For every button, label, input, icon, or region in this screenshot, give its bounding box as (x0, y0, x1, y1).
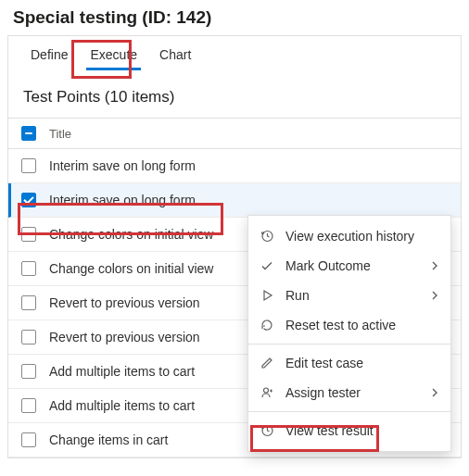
row-title: Revert to previous version (49, 330, 200, 344)
menu-run[interactable]: Run (248, 281, 450, 310)
menu-view-result[interactable]: View test result (248, 416, 450, 445)
row-title: Interim save on long form (49, 158, 196, 173)
row-checkbox[interactable] (21, 227, 36, 242)
menu-separator (248, 344, 450, 344)
menu-label: Mark Outcome (285, 258, 419, 273)
menu-separator (248, 411, 450, 412)
tab-bar: Define Execute Chart (8, 36, 461, 69)
row-checkbox[interactable] (21, 193, 36, 207)
menu-assign[interactable]: Assign tester (248, 378, 450, 407)
reset-icon (260, 318, 274, 332)
row-checkbox[interactable] (21, 295, 36, 310)
row-checkbox[interactable] (21, 364, 36, 379)
row-title: Change colors on initial view (49, 227, 213, 242)
svg-point-1 (264, 388, 269, 393)
section-heading: Test Points (10 items) (8, 69, 461, 118)
list-header: Title (8, 119, 461, 149)
tab-chart[interactable]: Chart (148, 42, 202, 69)
row-checkbox[interactable] (21, 330, 36, 344)
play-icon (260, 288, 274, 303)
menu-label: Reset test to active (285, 318, 439, 332)
row-title: Add multiple items to cart (49, 364, 195, 379)
tab-define[interactable]: Define (19, 42, 79, 69)
menu-view-history[interactable]: View execution history (248, 221, 450, 251)
table-row[interactable]: Interim save on long form (8, 183, 461, 218)
clock-history-icon (260, 229, 274, 244)
row-checkbox[interactable] (21, 261, 36, 276)
check-icon (260, 258, 274, 273)
row-checkbox[interactable] (21, 432, 36, 447)
table-row[interactable]: Interim save on long form (8, 149, 461, 183)
menu-label: View execution history (285, 229, 439, 244)
page-title: Special testing (ID: 142) (0, 0, 469, 33)
chevron-right-icon (430, 388, 439, 397)
menu-label: Edit test case (285, 356, 439, 370)
chevron-right-icon (430, 261, 439, 270)
person-icon (260, 385, 274, 400)
select-all-checkbox[interactable] (21, 126, 36, 141)
menu-reset[interactable]: Reset test to active (248, 310, 450, 340)
column-title[interactable]: Title (49, 127, 71, 141)
menu-label: Assign tester (285, 385, 419, 400)
row-checkbox[interactable] (21, 398, 36, 413)
menu-edit[interactable]: Edit test case (248, 348, 450, 378)
pencil-icon (260, 356, 274, 370)
chevron-right-icon (430, 291, 439, 300)
menu-mark-outcome[interactable]: Mark Outcome (248, 251, 450, 281)
context-menu: View execution history Mark Outcome Run … (247, 215, 451, 452)
row-checkbox[interactable] (21, 158, 36, 173)
row-title: Interim save on long form (49, 193, 196, 207)
tab-execute[interactable]: Execute (79, 42, 148, 69)
menu-label: View test result (285, 423, 439, 438)
row-title: Change items in cart (49, 432, 168, 447)
row-title: Add multiple items to cart (49, 398, 195, 413)
row-title: Change colors on initial view (49, 261, 213, 276)
row-title: Revert to previous version (49, 295, 200, 310)
menu-label: Run (285, 288, 419, 303)
clock-history-icon (260, 423, 274, 438)
